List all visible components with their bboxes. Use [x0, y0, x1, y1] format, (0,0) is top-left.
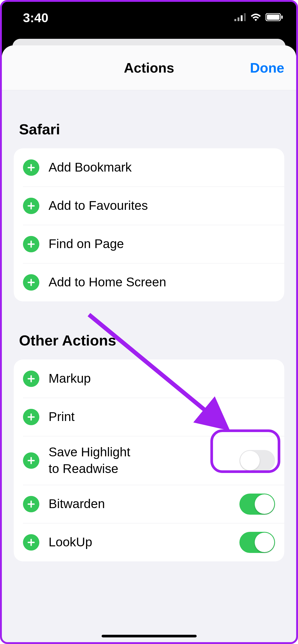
row-add-bookmark[interactable]: Add Bookmark	[14, 148, 284, 187]
row-add-to-home-screen[interactable]: Add to Home Screen	[14, 263, 284, 301]
toggle-bitwarden[interactable]	[239, 494, 275, 515]
row-label: Find on Page	[49, 236, 275, 252]
done-button[interactable]: Done	[250, 60, 284, 76]
row-label: Save Highlight to Readwise	[49, 444, 230, 477]
svg-rect-5	[267, 15, 280, 20]
add-icon[interactable]	[23, 371, 39, 387]
row-label: Print	[49, 409, 275, 425]
row-lookup[interactable]: LookUp	[14, 523, 284, 561]
row-label: Add to Favourites	[49, 197, 275, 214]
toggle-lookup[interactable]	[239, 532, 275, 553]
row-label: LookUp	[49, 534, 230, 550]
add-icon[interactable]	[23, 274, 39, 291]
svg-rect-6	[281, 16, 283, 19]
cellular-icon	[234, 13, 246, 22]
add-icon[interactable]	[23, 496, 39, 512]
wifi-icon	[250, 13, 262, 23]
add-icon[interactable]	[23, 198, 39, 214]
row-print[interactable]: Print	[14, 398, 284, 436]
row-markup[interactable]: Markup	[14, 359, 284, 398]
row-label: Add to Home Screen	[49, 274, 275, 290]
status-icons	[234, 13, 283, 23]
row-label: Markup	[49, 370, 275, 387]
add-icon[interactable]	[23, 534, 39, 551]
status-time: 3:40	[23, 11, 48, 25]
add-icon[interactable]	[23, 452, 39, 469]
row-save-highlight-to-readwise[interactable]: Save Highlight to Readwise	[14, 436, 284, 485]
page-title: Actions	[124, 60, 174, 76]
row-label-line1: Save Highlight	[49, 445, 130, 459]
row-bitwarden[interactable]: Bitwarden	[14, 485, 284, 523]
status-bar: 3:40	[2, 2, 296, 39]
svg-rect-1	[238, 17, 239, 21]
toggle-save-highlight-to-readwise[interactable]	[239, 450, 275, 471]
home-indicator[interactable]	[102, 635, 197, 637]
content: Safari Add Bookmark Add to Favourites	[2, 121, 296, 561]
safari-card: Add Bookmark Add to Favourites Find on P…	[14, 148, 284, 301]
add-icon[interactable]	[23, 409, 39, 425]
section-title-other: Other Actions	[14, 332, 284, 349]
sheet-header: Actions Done	[2, 45, 296, 90]
add-icon[interactable]	[23, 236, 39, 252]
add-icon[interactable]	[23, 159, 39, 176]
svg-rect-3	[244, 13, 246, 21]
section-title-safari: Safari	[14, 121, 284, 138]
actions-sheet: Actions Done Safari Add Bookmark Add to …	[2, 45, 296, 642]
row-label: Add Bookmark	[49, 159, 275, 176]
row-add-to-favourites[interactable]: Add to Favourites	[14, 187, 284, 225]
row-find-on-page[interactable]: Find on Page	[14, 225, 284, 263]
battery-icon	[266, 13, 283, 22]
row-label: Bitwarden	[49, 496, 230, 512]
row-label-line2: to Readwise	[49, 461, 230, 477]
device-frame: 3:40	[0, 0, 298, 644]
svg-rect-0	[234, 19, 236, 21]
svg-rect-2	[241, 15, 243, 21]
other-actions-card: Markup Print Save Highlight to Readwise	[14, 359, 284, 561]
